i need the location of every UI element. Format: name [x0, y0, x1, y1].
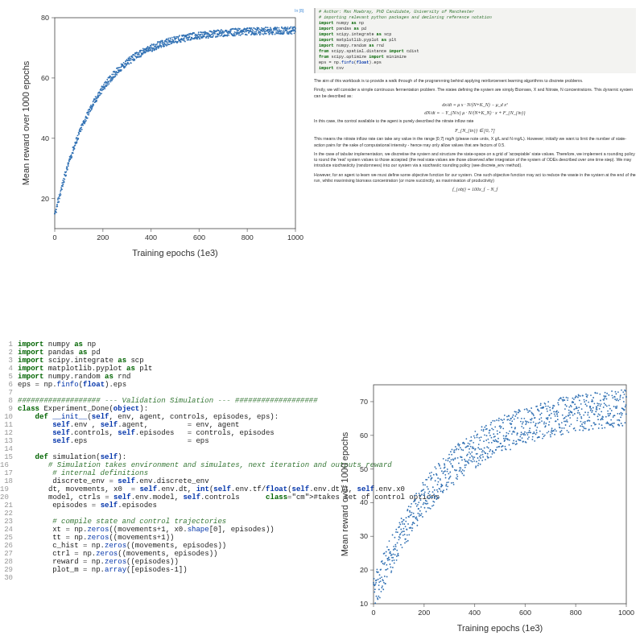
svg-point-1741 — [547, 417, 549, 419]
svg-point-1226 — [417, 519, 419, 521]
svg-point-1358 — [450, 463, 452, 464]
svg-text:200: 200 — [97, 233, 109, 242]
svg-point-2024 — [619, 419, 621, 421]
svg-point-907 — [267, 27, 269, 28]
svg-point-1106 — [386, 547, 388, 548]
svg-point-1523 — [492, 452, 493, 453]
svg-point-1310 — [438, 497, 440, 498]
svg-point-1127 — [392, 535, 394, 536]
svg-point-1953 — [601, 411, 602, 412]
svg-point-1539 — [496, 419, 497, 421]
svg-point-50 — [60, 187, 62, 188]
svg-point-1635 — [520, 434, 522, 436]
svg-point-2050 — [625, 413, 627, 415]
svg-point-1779 — [557, 415, 559, 417]
svg-point-2036 — [621, 425, 623, 427]
svg-point-1369 — [453, 484, 455, 485]
svg-point-1189 — [407, 523, 409, 525]
svg-point-1943 — [598, 403, 600, 405]
svg-point-1618 — [516, 443, 518, 444]
svg-point-1138 — [394, 548, 396, 550]
svg-point-1404 — [462, 469, 464, 471]
svg-point-1199 — [410, 506, 411, 508]
svg-point-1419 — [465, 438, 467, 440]
svg-point-715 — [221, 35, 222, 36]
svg-point-1021 — [295, 31, 296, 32]
code-line: 25 tt = np.zeros((movements+1)) — [0, 534, 334, 542]
svg-point-1250 — [423, 489, 424, 490]
svg-point-737 — [226, 30, 228, 31]
svg-point-1777 — [556, 410, 558, 411]
svg-point-2046 — [625, 422, 626, 423]
line-number: 14 — [0, 445, 18, 453]
svg-point-1158 — [399, 524, 401, 526]
svg-point-1797 — [561, 427, 563, 429]
svg-point-1115 — [389, 559, 390, 560]
svg-point-1596 — [510, 418, 512, 419]
svg-point-1599 — [511, 433, 513, 435]
svg-point-70 — [65, 175, 67, 176]
svg-point-1946 — [599, 415, 601, 416]
svg-point-1827 — [569, 425, 571, 427]
svg-point-1247 — [422, 482, 423, 484]
svg-point-1069 — [377, 598, 378, 600]
svg-point-1109 — [387, 559, 389, 561]
svg-point-1879 — [582, 395, 584, 397]
svg-point-1910 — [590, 410, 592, 411]
svg-point-346 — [132, 56, 134, 58]
svg-point-1296 — [435, 480, 436, 481]
svg-point-1123 — [390, 570, 392, 572]
svg-point-1139 — [394, 544, 396, 546]
svg-point-318 — [125, 60, 126, 62]
svg-point-1492 — [484, 427, 485, 428]
svg-point-1291 — [433, 493, 435, 495]
svg-point-1086 — [382, 560, 383, 562]
svg-point-1481 — [481, 451, 483, 452]
svg-point-2023 — [618, 425, 620, 427]
svg-text:20: 20 — [360, 566, 368, 574]
svg-point-1602 — [512, 443, 514, 444]
svg-point-164 — [88, 114, 89, 116]
svg-point-1441 — [471, 452, 473, 453]
svg-point-136 — [81, 129, 83, 130]
svg-point-1901 — [588, 419, 589, 421]
svg-point-1375 — [455, 457, 456, 459]
svg-point-1549 — [498, 446, 500, 448]
line-number: 11 — [0, 421, 18, 429]
svg-point-1389 — [458, 463, 460, 464]
svg-point-1399 — [460, 471, 462, 473]
svg-point-371 — [138, 52, 139, 53]
svg-point-1556 — [501, 419, 502, 420]
svg-point-2028 — [620, 394, 621, 396]
svg-point-1090 — [382, 580, 384, 581]
svg-point-1565 — [502, 427, 504, 429]
svg-point-1828 — [569, 414, 571, 415]
svg-point-1850 — [575, 430, 576, 431]
svg-point-1654 — [525, 423, 526, 425]
svg-point-1902 — [588, 402, 589, 403]
line-number: 1 — [0, 341, 18, 349]
svg-point-1262 — [426, 501, 427, 502]
line-number: 25 — [0, 534, 18, 542]
svg-point-1681 — [532, 436, 534, 438]
line-number: 17 — [0, 469, 18, 477]
svg-point-709 — [219, 35, 221, 37]
svg-point-1898 — [587, 394, 588, 396]
svg-point-1818 — [567, 421, 568, 423]
line-number: 29 — [0, 566, 18, 574]
svg-point-660 — [208, 37, 209, 39]
svg-point-100 — [72, 150, 74, 151]
svg-point-1465 — [477, 464, 479, 466]
svg-point-1181 — [406, 517, 407, 518]
svg-point-1708 — [539, 419, 540, 420]
svg-point-2051 — [625, 396, 627, 398]
svg-point-2015 — [617, 398, 618, 400]
svg-point-560 — [184, 39, 185, 40]
svg-point-1687 — [534, 432, 535, 434]
svg-text:600: 600 — [519, 609, 531, 617]
svg-point-1330 — [443, 471, 444, 473]
svg-point-288 — [118, 67, 119, 68]
svg-point-1431 — [469, 448, 470, 450]
svg-point-1342 — [446, 481, 448, 483]
svg-point-1995 — [611, 394, 613, 396]
